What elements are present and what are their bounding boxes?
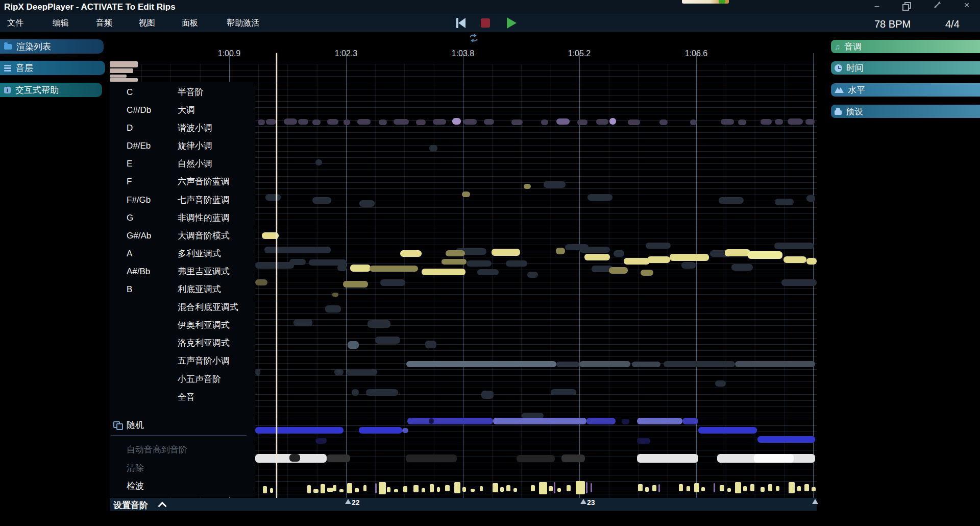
menu-item[interactable]: 音频 bbox=[96, 18, 112, 29]
note[interactable] bbox=[293, 319, 312, 326]
note[interactable] bbox=[614, 250, 624, 257]
percussion-blob[interactable] bbox=[445, 485, 450, 491]
note[interactable] bbox=[258, 119, 265, 125]
note[interactable] bbox=[725, 249, 750, 256]
percussion-blob[interactable] bbox=[500, 487, 504, 492]
note[interactable] bbox=[416, 119, 426, 125]
menu-item[interactable]: 文件 bbox=[7, 18, 23, 29]
note[interactable] bbox=[754, 454, 794, 463]
percussion-blob[interactable] bbox=[789, 482, 795, 493]
scale-option[interactable]: 自然小调 bbox=[178, 155, 238, 173]
note[interactable] bbox=[681, 262, 696, 269]
note[interactable] bbox=[735, 361, 815, 367]
key-option[interactable]: A#/Bb bbox=[127, 262, 151, 280]
bpm-display[interactable]: 78 BPM bbox=[874, 18, 911, 30]
note[interactable] bbox=[628, 119, 640, 125]
note[interactable] bbox=[298, 119, 308, 125]
note[interactable] bbox=[344, 119, 350, 125]
note[interactable] bbox=[774, 243, 814, 249]
note[interactable] bbox=[556, 362, 579, 367]
note[interactable] bbox=[624, 258, 650, 265]
note[interactable] bbox=[738, 119, 746, 125]
panel-button-levels[interactable]: 水平 bbox=[831, 83, 980, 97]
note[interactable] bbox=[265, 194, 281, 201]
note[interactable] bbox=[637, 438, 650, 444]
minimize-button[interactable]: – bbox=[872, 2, 882, 11]
note[interactable] bbox=[517, 455, 555, 462]
note[interactable] bbox=[719, 197, 744, 204]
scale-option[interactable]: 利底亚调式 bbox=[178, 280, 238, 298]
percussion-blob[interactable] bbox=[333, 485, 336, 491]
note[interactable] bbox=[477, 269, 499, 275]
note[interactable] bbox=[551, 389, 576, 395]
bar-marker[interactable]: 22 bbox=[345, 499, 351, 504]
stop-button[interactable] bbox=[481, 18, 490, 28]
note[interactable] bbox=[757, 436, 815, 443]
percussion-blob[interactable] bbox=[506, 485, 510, 491]
note[interactable] bbox=[579, 247, 610, 253]
key-option[interactable]: F bbox=[127, 173, 151, 190]
note[interactable] bbox=[379, 119, 387, 125]
scale-option[interactable]: 多利亚调式 bbox=[178, 245, 238, 262]
note[interactable] bbox=[334, 369, 344, 375]
playhead[interactable] bbox=[276, 53, 277, 498]
note[interactable] bbox=[781, 279, 817, 286]
note[interactable] bbox=[366, 389, 398, 396]
menu-item[interactable]: 面板 bbox=[182, 18, 198, 29]
note[interactable] bbox=[783, 256, 806, 263]
note[interactable] bbox=[524, 184, 531, 189]
loop-icon[interactable] bbox=[468, 33, 480, 45]
percussion-blob[interactable] bbox=[567, 485, 571, 491]
menu-item-random[interactable]: 随机 bbox=[113, 416, 144, 434]
note[interactable] bbox=[577, 119, 587, 125]
note[interactable] bbox=[255, 427, 344, 434]
percussion-blob[interactable] bbox=[735, 482, 741, 493]
percussion-blob[interactable] bbox=[679, 484, 683, 491]
key-option[interactable]: F#/Gb bbox=[127, 191, 151, 209]
percussion-blob[interactable] bbox=[480, 486, 483, 491]
note[interactable] bbox=[343, 281, 368, 288]
key-option[interactable]: A bbox=[127, 245, 151, 262]
scale-option[interactable]: 洛克利亚调式 bbox=[178, 334, 238, 352]
percussion-blob[interactable] bbox=[714, 483, 715, 492]
resize-button[interactable] bbox=[932, 1, 942, 10]
percussion-blob[interactable] bbox=[645, 487, 649, 492]
play-button[interactable] bbox=[507, 17, 517, 29]
note[interactable] bbox=[511, 119, 523, 125]
panel-button-pitch[interactable]: ♫ 音调 bbox=[831, 40, 980, 53]
note[interactable] bbox=[370, 266, 418, 272]
note[interactable] bbox=[266, 119, 276, 125]
key-option[interactable]: C#/Db bbox=[127, 101, 151, 119]
note[interactable] bbox=[481, 391, 494, 399]
percussion-blob[interactable] bbox=[531, 485, 535, 491]
note[interactable] bbox=[255, 279, 267, 285]
panel-button-presets[interactable]: 预设 bbox=[831, 105, 980, 118]
scale-option[interactable]: 小五声音阶 bbox=[178, 370, 238, 388]
key-option[interactable]: G bbox=[127, 209, 151, 227]
close-button[interactable]: × bbox=[962, 1, 972, 10]
note[interactable] bbox=[637, 454, 698, 463]
note[interactable] bbox=[264, 247, 331, 253]
note[interactable] bbox=[715, 380, 726, 387]
note[interactable] bbox=[463, 119, 477, 125]
note[interactable] bbox=[682, 418, 698, 424]
note[interactable] bbox=[406, 455, 457, 462]
note[interactable] bbox=[541, 119, 548, 125]
percussion-blob[interactable] bbox=[549, 486, 553, 491]
scale-option[interactable]: 大调 bbox=[178, 101, 238, 119]
percussion-blob[interactable] bbox=[462, 487, 466, 492]
percussion-blob[interactable] bbox=[313, 489, 318, 493]
menu-item[interactable]: 帮助激活 bbox=[227, 18, 259, 29]
note[interactable] bbox=[433, 119, 446, 125]
note[interactable] bbox=[406, 361, 556, 367]
scale-option[interactable]: 弗里吉亚调式 bbox=[178, 262, 238, 280]
note[interactable] bbox=[806, 258, 817, 265]
scale-option[interactable]: 伊奥利亚调式 bbox=[178, 316, 238, 334]
note[interactable] bbox=[584, 254, 610, 260]
percussion-blob[interactable] bbox=[413, 485, 419, 492]
note[interactable] bbox=[284, 118, 297, 125]
percussion-blob[interactable] bbox=[727, 488, 731, 492]
note[interactable] bbox=[357, 119, 371, 125]
note[interactable] bbox=[255, 369, 260, 375]
note[interactable] bbox=[748, 251, 782, 259]
